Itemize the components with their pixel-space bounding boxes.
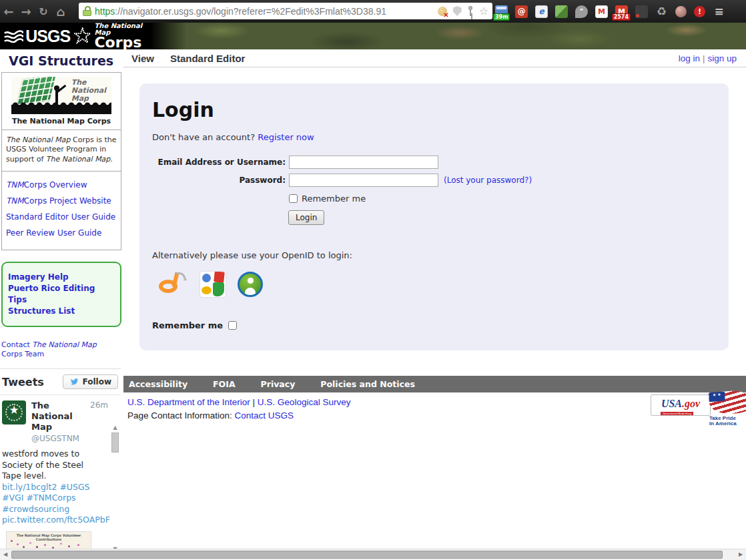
footer-nav-bar: Accessibility FOIA Privacy Policies and … [123, 376, 746, 392]
tweets-heading: Tweets [2, 376, 44, 388]
email-field[interactable] [289, 156, 438, 169]
password-field[interactable] [289, 174, 438, 187]
tweet[interactable]: The National Map @USGSTNM 26m westford m… [0, 395, 121, 553]
gmail-counter-extension-icon[interactable]: M2574 [615, 5, 628, 18]
url-scheme: https [95, 6, 115, 17]
google-openid-icon[interactable] [200, 272, 226, 297]
tweet-hashtag-vgi[interactable]: #VGI [2, 493, 23, 503]
follow-button[interactable]: Follow [63, 374, 118, 389]
recycle-extension-icon[interactable]: ♻ [655, 5, 668, 18]
thumbnail-title: The National Map Corps Volunteer Contrib… [7, 532, 91, 541]
url-text: ://navigator.er.usgs.gov/login?referer=%… [115, 6, 386, 17]
notes-extension-icon[interactable] [555, 5, 568, 18]
usgs-link[interactable]: U.S. Geological Survey [258, 397, 351, 407]
sidebar-links: TNMCorps Overview TNMCorps Project Websi… [2, 172, 121, 250]
gmail-extension-icon[interactable]: M [595, 5, 608, 18]
help-links-box: Imagery Help Puerto Rico Editing Tips St… [1, 262, 121, 327]
tab-view[interactable]: View [131, 53, 154, 64]
twitter-widget-header: Tweets Follow [0, 369, 121, 395]
tweet-hashtag-usgs[interactable]: #USGS [59, 482, 89, 492]
tweet-link-bitly[interactable]: bit.ly/1bcglt2 [2, 482, 57, 492]
main-nav: View Standard Editor log in|sign up [123, 49, 746, 67]
email-label: Email Address or Username: [152, 158, 286, 167]
ie-tab-extension-icon[interactable]: e [535, 5, 548, 18]
footer-link-privacy[interactable]: Privacy [261, 379, 296, 389]
usagov-logo[interactable]: USA.gov Government Made Easy [651, 394, 711, 416]
scrollbar-thumb[interactable] [111, 433, 119, 453]
sidebar-link-standard-editor-user-guide[interactable]: Standard Editor User Guide [6, 212, 117, 222]
tweets-scrollbar[interactable]: ▲ ▼ [111, 425, 119, 553]
tweet-hashtag-tnmcorps[interactable]: #TNMCorps [26, 493, 75, 503]
sign-up-link[interactable]: sign up [707, 53, 737, 63]
contact-team-link[interactable]: Contact The National Map Corps Team [1, 340, 119, 359]
scroll-right-icon[interactable]: ▶ [735, 549, 746, 560]
refresh-icon[interactable]: ↻ [35, 5, 52, 18]
tnm-corps-wordmark: The National Map Corps [94, 23, 159, 50]
browser-menu-icon[interactable]: ≡ [713, 5, 725, 18]
usgs-logo[interactable]: USGS The National Map Corps [0, 23, 159, 49]
tnm-star-icon [74, 27, 91, 45]
back-icon[interactable]: ← [0, 5, 17, 19]
forward-icon[interactable]: → [17, 5, 35, 19]
register-now-link[interactable]: Register now [258, 132, 314, 142]
usgs-banner: USGS The National Map Corps [0, 23, 746, 49]
link-imagery-help[interactable]: Imagery Help [8, 272, 115, 283]
alert-extension-icon[interactable]: ! [694, 6, 705, 17]
calendar-extension-icon[interactable]: 39m [495, 5, 508, 18]
home-icon[interactable]: ⌂ [52, 5, 69, 19]
openid-icon[interactable] [157, 271, 188, 298]
sidebar-link-tnmcorps-overview[interactable]: TNMCorps Overview [6, 180, 117, 190]
shield-icon[interactable] [453, 6, 462, 16]
remember-me-label: Remember me [302, 194, 366, 204]
chat-extension-icon[interactable]: ” [575, 5, 588, 18]
lost-password-link[interactable]: (Lost your password?) [444, 176, 532, 185]
scroll-left-icon[interactable]: ◀ [0, 549, 11, 560]
screen: ← → ↻ ⌂ https ://navigator.er.usgs.gov/l… [0, 0, 746, 560]
address-bar[interactable]: https ://navigator.er.usgs.gov/login?ref… [79, 3, 492, 19]
auth-links: log in|sign up [679, 53, 737, 63]
tweet-link-pic[interactable]: pic.twitter.com/ftc5OAPbF [2, 515, 110, 525]
cookie-blocked-icon[interactable] [438, 7, 447, 16]
login-heading: Login [152, 98, 729, 121]
tab-standard-editor[interactable]: Standard Editor [170, 53, 246, 64]
footer-link-foia[interactable]: FOIA [213, 379, 236, 389]
terrain-image [150, 23, 746, 49]
sidebar-link-tnmcorps-project-website[interactable]: TNMCorps Project Website [6, 196, 117, 206]
openid-providers [157, 271, 729, 298]
scroll-up-icon[interactable]: ▲ [113, 425, 117, 431]
footer-link-accessibility[interactable]: Accessibility [129, 379, 188, 389]
email-at-extension-icon[interactable]: @ [515, 5, 528, 18]
key-icon[interactable] [468, 6, 473, 16]
footer-link-policies[interactable]: Policies and Notices [320, 379, 415, 389]
twitter-widget: Tweets Follow The National Map @USGSTNM … [0, 368, 121, 553]
openid-remember-checkbox[interactable] [228, 321, 237, 330]
remember-me-checkbox[interactable] [289, 194, 298, 203]
link-structures-list[interactable]: Structures List [8, 306, 115, 317]
page-title: VGI Structures [9, 53, 123, 68]
tweet-author-block: The National Map @USGSTNM [31, 400, 90, 443]
openid-prompt: Alternatively please use your OpenID to … [152, 250, 729, 260]
take-pride-in-america-logo[interactable]: ★ ★ Take Pride In America [709, 391, 746, 427]
horizontal-scrollbar-thumb[interactable] [11, 551, 723, 559]
logo-text: The National Map [71, 79, 106, 103]
sidebar-link-peer-review-user-guide[interactable]: Peer Review User Guide [6, 228, 117, 238]
tnm-corps-logo-image: The National Map [11, 77, 111, 114]
padlock-icon [83, 6, 91, 16]
tweet-hashtag-crowdsourcing[interactable]: #crowdsourcing [2, 504, 69, 514]
tweet-avatar[interactable] [2, 400, 26, 425]
horizontal-scrollbar[interactable]: ◀ ▶ [0, 549, 746, 560]
doi-link[interactable]: U.S. Department of the Interior [127, 397, 250, 407]
myopenid-person-icon[interactable] [238, 272, 263, 297]
apple-extension-icon[interactable] [675, 6, 687, 17]
twitter-bird-icon [69, 378, 79, 386]
contact-usgs-link[interactable]: Contact USGS [235, 410, 294, 421]
tweet-text: westford moves to Society of the Steel T… [2, 449, 103, 526]
link-puerto-rico-editing-tips[interactable]: Puerto Rico Editing Tips [8, 283, 115, 306]
bookmark-star-icon[interactable]: ☆ [479, 6, 488, 17]
tweet-author[interactable]: The National Map [31, 400, 90, 433]
login-button[interactable]: Login [288, 210, 324, 225]
evernote-extension-icon[interactable] [635, 5, 648, 18]
log-in-link[interactable]: log in [679, 53, 700, 63]
tweet-handle[interactable]: @USGSTNM [31, 434, 90, 443]
usgs-wordmark: USGS [25, 27, 70, 46]
